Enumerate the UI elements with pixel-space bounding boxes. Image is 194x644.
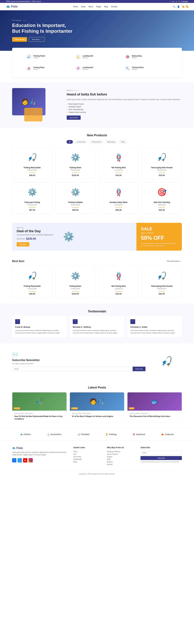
- best-item-card-0[interactable]: 🎣 Fishing Retractable Fishing Reels ★★★★…: [12, 266, 52, 298]
- nav-shop[interactable]: Shop: [81, 6, 85, 8]
- cart-icon[interactable]: 🛒0: [185, 4, 188, 9]
- partner-2: 🎣 FistoNet: [78, 433, 90, 436]
- post-image-1: 🧑‍🎣 Angling: [70, 392, 124, 410]
- footer-link-testimonials[interactable]: Testimonials: [73, 458, 101, 460]
- product-price-5: $65.00: [58, 209, 93, 211]
- post-card-1[interactable]: 🧑‍🎣 Angling June / By Admin / Comments: …: [70, 392, 124, 422]
- partner-3: 🏆 Fishing: [106, 433, 116, 436]
- product-card-0[interactable]: 🎣 Fishing Retractable Fishing Reels ★★★★…: [12, 147, 52, 179]
- category-icon-3: ⛵: [26, 66, 32, 71]
- footer-why-4[interactable]: Services: [107, 461, 134, 463]
- buy-now-button[interactable]: Buy Now: [17, 242, 29, 246]
- best-item-price-2: $10.00: [101, 293, 136, 295]
- footer-why-5[interactable]: Refunds: [107, 464, 134, 465]
- footer-why-3[interactable]: Order: [107, 458, 134, 460]
- user-icon[interactable]: 👤: [177, 6, 180, 8]
- learn-more-button[interactable]: Learn More: [67, 116, 81, 120]
- product-category-6: Landing Net: [101, 204, 136, 206]
- post-badge-1: Angling: [71, 407, 78, 410]
- new-products-section: New Products All Landing Net Fishing Ree…: [0, 128, 194, 220]
- categories-section: 🎣 Fishing Reels 74 Item 🪝 Landing Net 65…: [12, 48, 182, 78]
- language-selector[interactable]: Language: [181, 0, 188, 2]
- shop-now-button[interactable]: Shop Now →: [29, 37, 45, 42]
- product-name-1: Fishing Reels: [58, 166, 93, 169]
- nav-pages[interactable]: Pages: [96, 6, 101, 8]
- navigation: Home Shop About Pages Blog Contact: [73, 6, 117, 8]
- category-card-3[interactable]: ⛵ Fishing Boat 18 Item: [24, 64, 71, 73]
- deal-title: Deal of the Day: [17, 229, 54, 233]
- post-card-2[interactable]: 🐟 Micro June / By Admin / Comments: 3 Th…: [127, 392, 182, 422]
- category-card-0[interactable]: 🎣 Fishing Reels 74 Item: [24, 52, 71, 62]
- latest-posts-section: Latest Posts 🎣 Fishing June / By Admin /…: [0, 380, 194, 429]
- deal-discount: 50% OFF: [141, 235, 177, 241]
- logo[interactable]: 🐟 Fisto: [6, 5, 18, 9]
- product-name-3: Telescoping Pole Hoodie: [144, 166, 179, 169]
- filter-tab-landing-net[interactable]: Landing Net: [74, 140, 88, 144]
- footer-link-user[interactable]: User: [73, 453, 101, 455]
- footer-youtube-icon[interactable]: ▶: [23, 458, 27, 462]
- view-all-link[interactable]: View All Products →: [167, 260, 182, 262]
- footer-link-pricing[interactable]: Our Pricing: [73, 456, 101, 458]
- best-item-card-1[interactable]: ⚙️ Fishing Reels Fishing Reels ★★★★★ $12…: [55, 266, 96, 298]
- partner-name-0: FishCo: [24, 433, 31, 436]
- best-item-card-3[interactable]: 🎣 Telescoping Pole Hoodie Fishing Reels …: [142, 266, 182, 298]
- category-count-2: 55 Item: [132, 57, 142, 59]
- newsletter-subscribe-button[interactable]: Subscribe: [132, 367, 146, 371]
- about-description: Lorem ipsum dolor sit amet, consectetur …: [67, 98, 182, 101]
- footer-why-1[interactable]: Secure Payment: [107, 453, 134, 455]
- product-card-1[interactable]: ⚙️ Fishing Reels Fishing Reels ★★★★★ $12…: [55, 147, 96, 179]
- product-card-5[interactable]: ⚙️ Fishing Foldable Fishing Reels ★★★★★ …: [55, 182, 96, 214]
- category-card-5[interactable]: 🔧 Fishing Pliers 30 Item: [123, 64, 170, 73]
- footer-email-input[interactable]: [140, 451, 182, 455]
- nav-home[interactable]: Home: [73, 6, 78, 8]
- linkedin-icon[interactable]: in: [176, 0, 177, 2]
- post-content-0: June / By Admin / Comments: 4 How To Pic…: [12, 410, 66, 422]
- product-stars-7: ★★★★★: [144, 206, 179, 208]
- nav-blog[interactable]: Blog: [104, 6, 108, 8]
- footer-link-news[interactable]: News: [73, 461, 101, 463]
- footer-facebook-icon[interactable]: f: [12, 458, 16, 462]
- footer-why-2[interactable]: Support: [107, 456, 134, 458]
- post-card-0[interactable]: 🎣 Fishing June / By Admin / Comments: 4 …: [12, 392, 67, 422]
- category-card-4[interactable]: 🦑 Landing Net 24 Item: [74, 64, 120, 73]
- instagram-icon[interactable]: 📷: [178, 0, 180, 2]
- footer-twitter-icon[interactable]: t: [18, 458, 22, 462]
- search-icon[interactable]: 🔍: [173, 6, 175, 8]
- category-card-2[interactable]: 🎯 Baitcasting 55 Item: [123, 52, 170, 62]
- testimonial-card-1: " Michelle C. Rafferty Lorem ipsum dolor…: [70, 316, 124, 337]
- top-bar: FREE express international delivery + EA…: [0, 0, 194, 3]
- googleplus-icon[interactable]: G+: [172, 0, 174, 2]
- nav-about[interactable]: About: [88, 6, 93, 8]
- product-card-2[interactable]: 🪢 Net Fishing Nets Landing Net ★★★★★ $10…: [98, 147, 139, 179]
- category-count-1: 65 Item: [82, 57, 93, 59]
- footer-link-home[interactable]: Home: [73, 451, 101, 452]
- category-card-1[interactable]: 🪝 Landing Net 65 Item: [74, 52, 120, 62]
- latest-posts-title: Latest Posts: [12, 386, 182, 389]
- footer-about-column: 🐟 Fisto Lorem ipsum dolor sit amet, cons…: [12, 446, 67, 466]
- filter-tab-fishing-reels[interactable]: Fishing Reels: [89, 140, 104, 144]
- category-count-0: 74 Item: [33, 57, 45, 59]
- newsletter-email-input[interactable]: [12, 367, 132, 371]
- best-item-card-2[interactable]: 🪢 Net Fishing Nets Landing Net ★★★★★ $10…: [98, 266, 139, 298]
- footer-why-0[interactable]: Shipping & Delivery: [107, 451, 134, 452]
- product-card-6[interactable]: 🪢 Durable Huber Mesh Landing Net ★★★★★ $…: [98, 182, 139, 214]
- facebook-icon[interactable]: f: [171, 0, 171, 2]
- product-card-4[interactable]: ⚙️ Telescope Fishing Fishing Reels ★★★★★…: [12, 182, 52, 214]
- partner-icon-2: 🎣: [78, 433, 80, 436]
- product-stars-2: ★★★★★: [101, 172, 136, 174]
- newsletter-section: ✉️ Subscribe Newsletter Get latest updat…: [0, 343, 194, 380]
- footer-why-buy-column: Why Buy From Us Shipping & Delivery Secu…: [107, 446, 134, 466]
- footer-instagram-icon[interactable]: 📷: [28, 458, 33, 462]
- best-item-price-0: $40.00: [15, 293, 50, 295]
- filter-tab-pliers[interactable]: Pliers: [119, 140, 128, 144]
- footer-subscribe-button[interactable]: Subscribe: [140, 456, 182, 460]
- category-name-1: Landing Net: [82, 55, 93, 57]
- filter-tab-all[interactable]: All: [66, 140, 73, 144]
- wishlist-icon[interactable]: ♡0: [182, 4, 184, 9]
- best-item-price-1: $120.00: [58, 293, 93, 295]
- product-card-3[interactable]: 🎣 Telescoping Pole Hoodie Fishing Reels …: [142, 147, 182, 179]
- product-card-7[interactable]: 🎯 Safe Fish Catching Baitcasting ★★★★★ $…: [142, 182, 182, 214]
- filter-tab-baitcasting[interactable]: Baitcasting: [105, 140, 118, 144]
- nav-contact[interactable]: Contact: [111, 6, 117, 8]
- get-quote-button[interactable]: Get a Quote: [12, 37, 27, 42]
